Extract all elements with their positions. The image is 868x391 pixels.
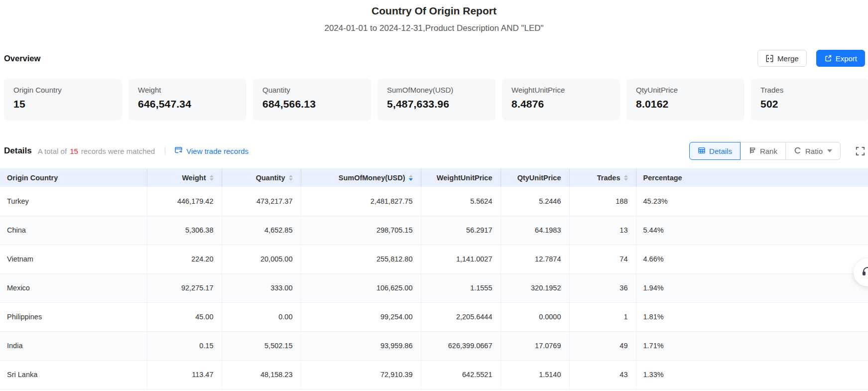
cell-qup: 17.0769 [500,331,569,360]
cell-wup: 1,141.0027 [421,245,500,273]
details-bar-left: Details A total of15records were matched… [4,146,248,156]
stat-value: 502 [760,98,860,110]
table-body: Turkey 446,179.42 473,217.37 2,481,827.7… [0,187,868,389]
cell-trades: 13 [569,216,636,245]
overview-bar: Overview Merge [0,50,868,67]
cell-country: Mexico [0,273,147,302]
cell-qup: 320.1952 [500,273,569,302]
cell-wup: 642.5521 [421,360,500,389]
matched-suffix: records were matched [81,147,155,155]
cell-trades: 36 [569,273,636,302]
cell-sum: 2,481,827.75 [301,187,421,216]
cell-wup: 2,205.6444 [421,302,500,331]
stat-value: 646,547.34 [138,98,237,110]
page-title: Country Of Origin Report [0,0,868,17]
stat-card-qty-unit-price: QtyUnitPrice 8.0162 [626,79,744,121]
cell-sum: 72,910.39 [301,360,421,389]
cell-quantity: 333.00 [222,273,301,302]
view-mode-segmented-control: Details Rank [689,142,841,160]
cell-quantity: 473,217.37 [222,187,301,216]
tab-ratio-label: Ratio [805,147,823,155]
stat-card-weight-unit-price: WeightUnitPrice 8.4876 [502,79,620,121]
merge-button-label: Merge [777,54,799,63]
sort-icon-active-desc[interactable] [409,175,413,181]
table-header: Origin Country Weight Quantity SumOfMone… [0,168,868,187]
cell-sum: 93,959.86 [301,331,421,360]
cell-qup: 1.5140 [500,360,569,389]
col-header-trades[interactable]: Trades [569,168,636,187]
overview-stat-cards: Origin Country 15 Weight 646,547.34 Quan… [0,79,868,121]
table-row: India 0.15 5,502.15 93,959.86 626,399.06… [0,331,868,360]
stat-value: 8.4876 [511,98,611,110]
stat-label: QtyUnitPrice [636,86,735,94]
cell-quantity: 0.00 [222,302,301,331]
sort-icon[interactable] [624,175,628,181]
table-row: Turkey 446,179.42 473,217.37 2,481,827.7… [0,187,868,216]
merge-button[interactable]: Merge [757,50,807,67]
stat-card-origin-country: Origin Country 15 [4,79,122,121]
col-label: Percentage [643,174,682,182]
col-label: Quantity [256,174,285,182]
origin-country-table: Origin Country Weight Quantity SumOfMone… [0,168,868,390]
stat-label: WeightUnitPrice [511,86,611,94]
cell-trades: 1 [569,302,636,331]
sort-icon[interactable] [289,175,293,181]
cell-country: Turkey [0,187,147,216]
cell-weight: 446,179.42 [147,187,222,216]
stat-value: 5,487,633.96 [387,98,486,110]
cell-wup: 56.2917 [421,216,500,245]
tab-details[interactable]: Details [689,142,741,160]
export-button[interactable]: Export [816,50,865,67]
tab-ratio[interactable]: Ratio [786,142,841,160]
table-row: Mexico 92,275.17 333.00 106,625.00 1.155… [0,273,868,302]
col-label: Origin Country [7,174,58,182]
cell-qup: 64.1983 [500,216,569,245]
cell-percentage: 4.66% [636,245,868,273]
cell-quantity: 4,652.85 [222,216,301,245]
table-icon [698,146,706,156]
stat-card-sum-of-money: SumOfMoney(USD) 5,487,633.96 [377,79,496,121]
export-button-label: Export [836,54,857,63]
table-row: Vietnam 224.20 20,005.00 255,812.80 1,14… [0,245,868,273]
cell-percentage: 5.44% [636,216,868,245]
stat-value: 684,566.13 [262,98,362,110]
ratio-ring-icon [794,146,802,156]
stat-card-quantity: Quantity 684,566.13 [253,79,371,121]
col-header-weight-unit-price: WeightUnitPrice [421,168,500,187]
fullscreen-expand-icon[interactable] [856,146,865,156]
headset-icon [862,265,868,279]
cell-country: Sri Lanka [0,360,147,389]
cell-weight: 92,275.17 [147,273,222,302]
cell-wup: 1.1555 [421,273,500,302]
view-trade-records-link[interactable]: View trade records [174,146,248,156]
col-header-quantity[interactable]: Quantity [222,168,301,187]
cell-percentage: 1.81% [636,302,868,331]
cell-trades: 49 [569,331,636,360]
chevron-down-icon [827,149,832,152]
col-label: Trades [597,174,620,182]
col-header-weight[interactable]: Weight [147,168,222,187]
sort-icon[interactable] [210,175,214,181]
details-heading: Details [4,146,32,156]
vertical-divider [165,147,165,155]
col-label: SumOfMoney(USD) [339,174,405,182]
col-header-percentage: Percentage [636,168,868,187]
cell-country: China [0,216,147,245]
cell-quantity: 5,502.15 [222,331,301,360]
cell-percentage: 1.33% [636,360,868,389]
cell-quantity: 48,158.23 [222,360,301,389]
stat-label: SumOfMoney(USD) [387,86,486,94]
col-header-sum-of-money[interactable]: SumOfMoney(USD) [301,168,421,187]
page-subtitle: 2024-01-01 to 2024-12-31,Product Descrip… [0,23,868,33]
cell-country: Philippines [0,302,147,331]
trade-records-icon [174,146,183,156]
country-origin-report-page: Country Of Origin Report 2024-01-01 to 2… [0,0,868,390]
cell-qup: 12.7874 [500,245,569,273]
tab-rank[interactable]: Rank [741,142,786,160]
cell-country: India [0,331,147,360]
table-row: Philippines 45.00 0.00 99,254.00 2,205.6… [0,302,868,331]
details-bar: Details A total of15records were matched… [0,142,868,160]
stat-card-weight: Weight 646,547.34 [128,79,247,121]
cell-percentage: 1.94% [636,273,868,302]
cell-wup: 5.5624 [421,187,500,216]
